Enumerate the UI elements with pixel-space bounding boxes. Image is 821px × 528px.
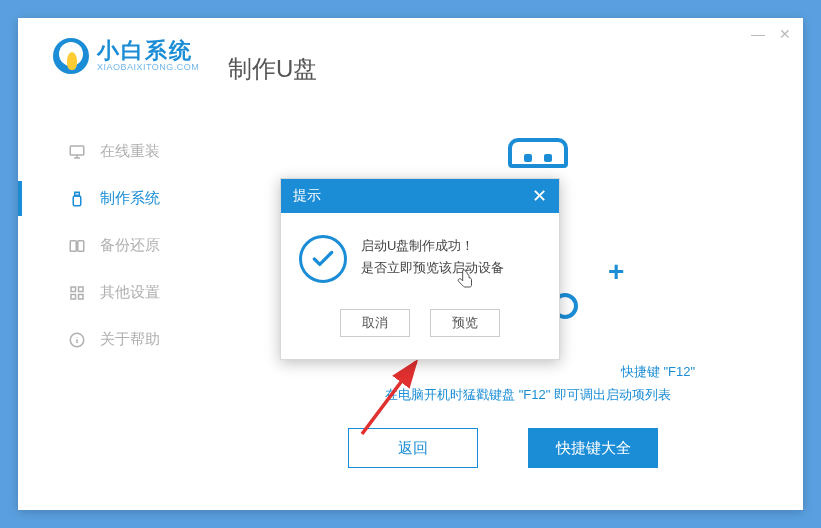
grid-icon bbox=[68, 284, 86, 302]
svg-rect-6 bbox=[79, 287, 84, 292]
brand-logo-icon bbox=[53, 38, 89, 74]
sidebar-item-label: 备份还原 bbox=[100, 236, 160, 255]
dialog-msg-line2: 是否立即预览该启动设备 bbox=[361, 257, 504, 279]
sidebar-item-label: 在线重装 bbox=[100, 142, 160, 161]
sidebar-item-label: 关于帮助 bbox=[100, 330, 160, 349]
dialog-body: 启动U盘制作成功！ 是否立即预览该启动设备 bbox=[281, 213, 559, 299]
usb-icon bbox=[68, 190, 86, 208]
usb-shape-icon bbox=[508, 138, 568, 168]
check-circle-icon bbox=[299, 235, 347, 283]
svg-rect-8 bbox=[79, 294, 84, 299]
content-buttons: 返回 快捷键大全 bbox=[348, 428, 658, 468]
svg-rect-7 bbox=[71, 294, 76, 299]
dialog-header: 提示 ✕ bbox=[281, 179, 559, 213]
shortcut-list-button[interactable]: 快捷键大全 bbox=[528, 428, 658, 468]
sidebar-item-label: 其他设置 bbox=[100, 283, 160, 302]
svg-rect-1 bbox=[73, 196, 81, 206]
svg-rect-4 bbox=[78, 240, 84, 251]
back-button[interactable]: 返回 bbox=[348, 428, 478, 468]
backup-icon bbox=[68, 237, 86, 255]
brand: 小白系统 XIAOBAIXITONG.COM bbox=[53, 38, 199, 74]
dialog-msg-line1: 启动U盘制作成功！ bbox=[361, 235, 504, 257]
dialog-message: 启动U盘制作成功！ 是否立即预览该启动设备 bbox=[361, 235, 504, 279]
sidebar-item-label: 制作系统 bbox=[100, 189, 160, 208]
minimize-button[interactable]: — bbox=[751, 26, 765, 42]
brand-name: 小白系统 bbox=[97, 40, 199, 62]
hint-frag1: 快捷键 "F12" bbox=[621, 364, 695, 379]
sidebar: 在线重装 制作系统 备份还原 其他设置 关于帮助 bbox=[18, 128, 218, 363]
sidebar-item-about-help[interactable]: 关于帮助 bbox=[18, 316, 218, 363]
sidebar-item-make-system[interactable]: 制作系统 bbox=[18, 175, 218, 222]
page-title: 制作U盘 bbox=[228, 53, 317, 85]
dialog-close-button[interactable]: ✕ bbox=[532, 185, 547, 207]
svg-rect-0 bbox=[70, 146, 84, 155]
svg-rect-3 bbox=[70, 240, 76, 251]
close-button[interactable]: ✕ bbox=[779, 26, 791, 42]
dialog-footer: 取消 预览 bbox=[281, 299, 559, 359]
sidebar-item-other-settings[interactable]: 其他设置 bbox=[18, 269, 218, 316]
dialog-title: 提示 bbox=[293, 187, 321, 205]
sidebar-item-online-reinstall[interactable]: 在线重装 bbox=[18, 128, 218, 175]
svg-rect-5 bbox=[71, 287, 76, 292]
monitor-icon bbox=[68, 143, 86, 161]
brand-subtitle: XIAOBAIXITONG.COM bbox=[97, 62, 199, 72]
info-icon bbox=[68, 331, 86, 349]
window-controls: — ✕ bbox=[751, 26, 791, 42]
dialog-cancel-button[interactable]: 取消 bbox=[340, 309, 410, 337]
prompt-dialog: 提示 ✕ 启动U盘制作成功！ 是否立即预览该启动设备 取消 预览 bbox=[280, 178, 560, 360]
hint-text: 快捷键 "F12" 在电脑开机时猛戳键盘 "F12" 即可调出启动项列表 bbox=[318, 360, 738, 407]
dialog-preview-button[interactable]: 预览 bbox=[430, 309, 500, 337]
hint-line2: 在电脑开机时猛戳键盘 "F12" 即可调出启动项列表 bbox=[385, 387, 671, 402]
plus-icon[interactable]: + bbox=[608, 256, 624, 288]
sidebar-item-backup-restore[interactable]: 备份还原 bbox=[18, 222, 218, 269]
